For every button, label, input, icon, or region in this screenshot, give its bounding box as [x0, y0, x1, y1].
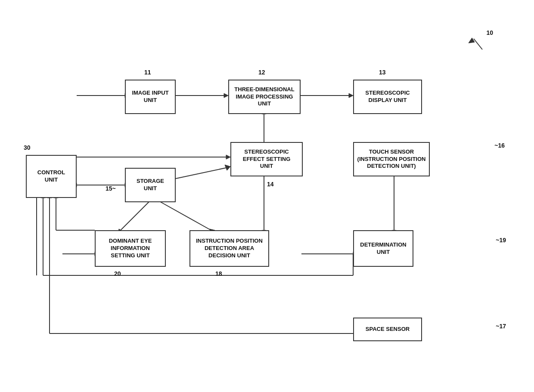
diagram: 10 — [0, 0, 534, 392]
ref-16: ~16 — [494, 142, 505, 149]
ref-15: 15~ — [106, 185, 116, 192]
dominant-eye-block: DOMINANT EYEINFORMATIONSETTING UNIT — [95, 230, 166, 267]
ref-20: 20 — [114, 270, 121, 277]
instruction-position-block: INSTRUCTION POSITIONDETECTION AREADECISI… — [189, 230, 269, 267]
svg-line-38 — [474, 39, 482, 49]
determination-unit-block: DETERMINATIONUNIT — [353, 230, 413, 267]
ref-10: 10 — [486, 29, 493, 36]
storage-unit-block: STORAGEUNIT — [125, 168, 176, 202]
ref-18: 18 — [215, 270, 222, 277]
svg-line-19 — [121, 200, 151, 230]
stereoscopic-display-block: STEREOSCOPICDISPLAY UNIT — [353, 80, 422, 114]
ref-12: 12 — [258, 69, 265, 76]
arrows-svg — [0, 0, 534, 392]
touch-sensor-block: TOUCH SENSOR(INSTRUCTION POSITIONDETECTI… — [353, 142, 430, 176]
ref-17: ~17 — [496, 323, 506, 330]
svg-line-13 — [176, 168, 226, 179]
svg-marker-9 — [226, 155, 230, 159]
image-input-block: IMAGE INPUTUNIT — [125, 80, 176, 114]
space-sensor-block: SPACE SENSOR — [353, 318, 422, 341]
ref-11: 11 — [144, 69, 151, 76]
ref-19: ~19 — [496, 237, 506, 244]
ref-14: 14 — [267, 181, 274, 188]
svg-marker-14 — [225, 165, 230, 170]
svg-marker-39 — [469, 38, 475, 43]
three-d-processing-block: THREE-DIMENSIONALIMAGE PROCESSINGUNIT — [228, 80, 301, 114]
svg-line-21 — [157, 200, 211, 230]
control-unit-block: CONTROLUNIT — [26, 155, 77, 198]
ref-30: 30 — [24, 144, 31, 151]
ref-13: 13 — [379, 69, 386, 76]
stereoscopic-effect-block: STEREOSCOPICEFFECT SETTINGUNIT — [230, 142, 303, 176]
svg-marker-5 — [349, 93, 353, 98]
svg-marker-3 — [224, 93, 228, 98]
